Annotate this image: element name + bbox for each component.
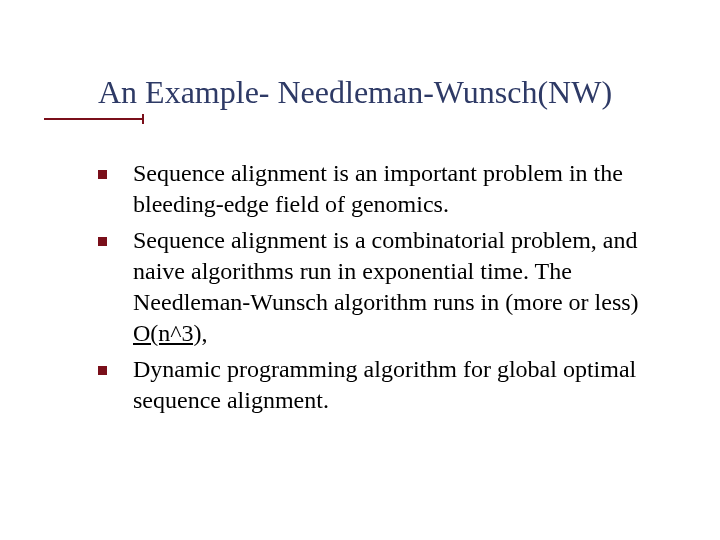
list-item-text: Sequence alignment is an important probl… (133, 158, 660, 219)
text-segment: Sequence alignment is an important probl… (133, 160, 623, 217)
body-content: Sequence alignment is an important probl… (98, 158, 660, 422)
slide-title: An Example- Needleman-Wunsch(NW) (98, 74, 680, 111)
title-underline-tick (142, 114, 144, 124)
square-bullet-icon (98, 237, 107, 246)
slide: An Example- Needleman-Wunsch(NW) Sequenc… (0, 0, 720, 540)
title-underline-rule (44, 118, 142, 120)
list-item-text: Sequence alignment is a combinatorial pr… (133, 225, 660, 348)
text-emphasis: O(n^3), (133, 320, 208, 346)
list-item: Dynamic programming algorithm for global… (98, 354, 660, 415)
text-segment: Sequence alignment is a combinatorial pr… (133, 227, 639, 314)
title-container: An Example- Needleman-Wunsch(NW) (98, 74, 680, 111)
list-item-text: Dynamic programming algorithm for global… (133, 354, 660, 415)
list-item: Sequence alignment is a combinatorial pr… (98, 225, 660, 348)
square-bullet-icon (98, 170, 107, 179)
square-bullet-icon (98, 366, 107, 375)
list-item: Sequence alignment is an important probl… (98, 158, 660, 219)
text-segment: Dynamic programming algorithm for global… (133, 356, 636, 413)
